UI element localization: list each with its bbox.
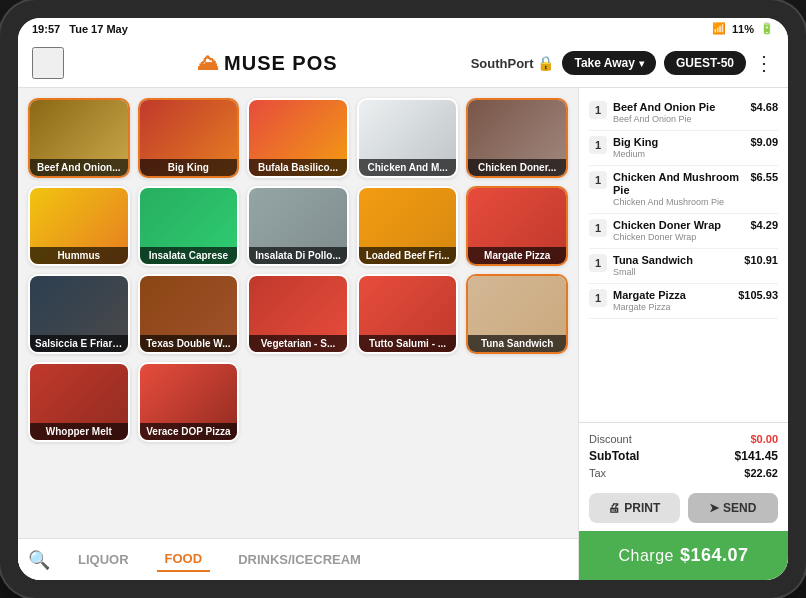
- menu-item-label-6: Hummus: [30, 247, 128, 264]
- order-sub-5: Small: [613, 267, 738, 278]
- menu-item-9[interactable]: Loaded Beef Fri...: [357, 186, 459, 266]
- discount-row: Discount $0.00: [589, 431, 778, 447]
- status-date: Tue 17 May: [69, 23, 128, 35]
- menu-grid: Beef And Onion... Big King Bufala Basili…: [18, 88, 578, 538]
- order-item-4[interactable]: 1 Chicken Doner Wrap Chicken Doner Wrap …: [589, 214, 778, 249]
- order-qty-6: 1: [589, 289, 607, 307]
- tax-row: Tax $22.62: [589, 465, 778, 481]
- order-item-5[interactable]: 1 Tuna Sandwich Small $10.91: [589, 249, 778, 284]
- menu-item-label-1: Beef And Onion...: [30, 159, 128, 176]
- order-sub-6: Margate Pizza: [613, 302, 732, 313]
- bottom-tabs: 🔍 LIQUOR FOOD DRINKS/ICECREAM: [18, 538, 578, 580]
- menu-item-2[interactable]: Big King: [138, 98, 240, 178]
- order-price-2: $9.09: [750, 136, 778, 148]
- takeaway-button[interactable]: Take Away ▾: [562, 51, 655, 75]
- order-qty-2: 1: [589, 136, 607, 154]
- discount-value: $0.00: [750, 433, 778, 445]
- lock-icon: 🔒: [537, 55, 554, 71]
- order-name-2: Big King: [613, 136, 744, 149]
- order-qty-1: 1: [589, 101, 607, 119]
- menu-item-5[interactable]: Chicken Doner...: [466, 98, 568, 178]
- menu-item-10[interactable]: Margate Pizza: [466, 186, 568, 266]
- subtotal-value: $141.45: [735, 449, 778, 463]
- menu-item-label-11: Salsiccia E Friari...: [30, 335, 128, 352]
- battery-icon: 🔋: [760, 22, 774, 35]
- battery-level: 11%: [732, 23, 754, 35]
- order-sub-1: Beef And Onion Pie: [613, 114, 744, 125]
- takeaway-label: Take Away: [574, 56, 634, 70]
- send-button[interactable]: ➤ SEND: [688, 493, 779, 523]
- charge-button[interactable]: Charge $164.07: [579, 531, 788, 580]
- search-button[interactable]: 🔍: [28, 549, 50, 571]
- order-sub-4: Chicken Doner Wrap: [613, 232, 744, 243]
- menu-item-13[interactable]: Vegetarian - S...: [247, 274, 349, 354]
- menu-item-label-8: Insalata Di Pollo...: [249, 247, 347, 264]
- menu-item-17[interactable]: Verace DOP Pizza: [138, 362, 240, 442]
- menu-item-label-12: Texas Double W...: [140, 335, 238, 352]
- device-frame: 19:57 Tue 17 May 📶 11% 🔋 ⛰ MUSE POS: [0, 0, 806, 598]
- menu-item-8[interactable]: Insalata Di Pollo...: [247, 186, 349, 266]
- order-name-1: Beef And Onion Pie: [613, 101, 744, 114]
- status-bar: 19:57 Tue 17 May 📶 11% 🔋: [18, 18, 788, 39]
- search-icon: 🔍: [28, 549, 50, 571]
- order-price-3: $6.55: [750, 171, 778, 183]
- print-label: PRINT: [624, 501, 660, 515]
- print-button[interactable]: 🖨 PRINT: [589, 493, 680, 523]
- menu-button[interactable]: [32, 47, 64, 79]
- menu-item-label-7: Insalata Caprese: [140, 247, 238, 264]
- takeaway-arrow-icon: ▾: [639, 58, 644, 69]
- send-label: SEND: [723, 501, 756, 515]
- wifi-icon: 📶: [712, 22, 726, 35]
- subtotal-row: SubTotal $141.45: [589, 447, 778, 465]
- menu-item-4[interactable]: Chicken And M...: [357, 98, 459, 178]
- tab-food[interactable]: FOOD: [157, 547, 211, 572]
- subtotal-label: SubTotal: [589, 449, 639, 463]
- order-name-5: Tuna Sandwich: [613, 254, 738, 267]
- more-options-button[interactable]: ⋮: [754, 51, 774, 75]
- location-button[interactable]: SouthPort 🔒: [471, 55, 555, 71]
- order-item-1[interactable]: 1 Beef And Onion Pie Beef And Onion Pie …: [589, 96, 778, 131]
- menu-item-7[interactable]: Insalata Caprese: [138, 186, 240, 266]
- order-list: 1 Beef And Onion Pie Beef And Onion Pie …: [579, 88, 788, 422]
- menu-area: Beef And Onion... Big King Bufala Basili…: [18, 88, 578, 580]
- logo-icon: ⛰: [197, 50, 220, 76]
- order-name-6: Margate Pizza: [613, 289, 732, 302]
- menu-item-label-2: Big King: [140, 159, 238, 176]
- action-buttons: 🖨 PRINT ➤ SEND: [579, 485, 788, 531]
- order-item-6[interactable]: 1 Margate Pizza Margate Pizza $105.93: [589, 284, 778, 319]
- menu-item-label-14: Tutto Salumi - ...: [359, 335, 457, 352]
- menu-item-label-16: Whopper Melt: [30, 423, 128, 440]
- order-qty-4: 1: [589, 219, 607, 237]
- tax-value: $22.62: [744, 467, 778, 479]
- order-qty-5: 1: [589, 254, 607, 272]
- right-panel: 1 Beef And Onion Pie Beef And Onion Pie …: [578, 88, 788, 580]
- menu-item-label-13: Vegetarian - S...: [249, 335, 347, 352]
- tab-drinks[interactable]: DRINKS/ICECREAM: [230, 548, 369, 571]
- menu-item-1[interactable]: Beef And Onion...: [28, 98, 130, 178]
- order-price-1: $4.68: [750, 101, 778, 113]
- menu-item-label-15: Tuna Sandwich: [468, 335, 566, 352]
- menu-item-3[interactable]: Bufala Basilico...: [247, 98, 349, 178]
- order-name-4: Chicken Doner Wrap: [613, 219, 744, 232]
- status-time: 19:57: [32, 23, 60, 35]
- menu-item-6[interactable]: Hummus: [28, 186, 130, 266]
- guest-button[interactable]: GUEST-50: [664, 51, 746, 75]
- order-item-2[interactable]: 1 Big King Medium $9.09: [589, 131, 778, 166]
- charge-label: Charge: [618, 547, 673, 565]
- discount-label: Discount: [589, 433, 632, 445]
- menu-item-14[interactable]: Tutto Salumi - ...: [357, 274, 459, 354]
- menu-item-label-10: Margate Pizza: [468, 247, 566, 264]
- menu-item-12[interactable]: Texas Double W...: [138, 274, 240, 354]
- menu-item-15[interactable]: Tuna Sandwich: [466, 274, 568, 354]
- menu-item-label-17: Verace DOP Pizza: [140, 423, 238, 440]
- order-item-3[interactable]: 1 Chicken And Mushroom Pie Chicken And M…: [589, 166, 778, 214]
- tax-label: Tax: [589, 467, 606, 479]
- menu-item-16[interactable]: Whopper Melt: [28, 362, 130, 442]
- tab-liquor[interactable]: LIQUOR: [70, 548, 137, 571]
- order-qty-3: 1: [589, 171, 607, 189]
- order-price-4: $4.29: [750, 219, 778, 231]
- status-time-date: 19:57 Tue 17 May: [32, 23, 128, 35]
- menu-item-label-3: Bufala Basilico...: [249, 159, 347, 176]
- menu-item-11[interactable]: Salsiccia E Friari...: [28, 274, 130, 354]
- logo: ⛰ MUSE POS: [74, 50, 461, 76]
